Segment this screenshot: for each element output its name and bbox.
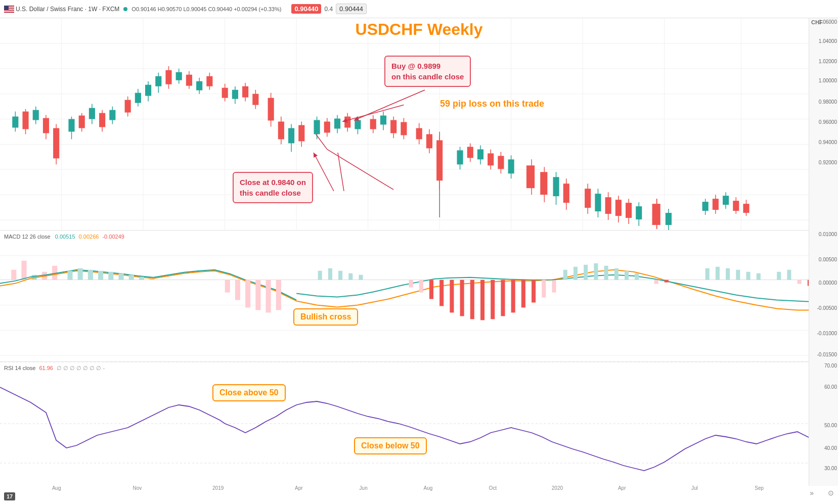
- rsi-panel: [0, 362, 818, 486]
- rsi-label: RSI 14 close 61.96 ∅ ∅ ∅ ∅ ∅ ∅ ∅ -: [4, 365, 105, 372]
- svg-rect-40: [99, 113, 105, 127]
- svg-rect-131: [626, 203, 632, 218]
- svg-rect-135: [652, 204, 660, 225]
- svg-rect-90: [380, 116, 386, 125]
- macd-value1: 0.00515: [55, 234, 75, 240]
- svg-rect-213: [787, 270, 791, 280]
- svg-rect-206: [705, 268, 710, 280]
- svg-line-150: [316, 134, 327, 149]
- axis-label-098: 0.98000: [819, 99, 837, 105]
- rsi-axis-60: 60.00: [824, 384, 837, 390]
- svg-rect-186: [460, 280, 464, 316]
- svg-rect-133: [636, 206, 642, 219]
- svg-rect-157: [21, 261, 26, 280]
- rsi-axis-50: 50.00: [824, 423, 837, 428]
- x-label-2019: 2019: [212, 485, 224, 491]
- svg-rect-207: [716, 267, 720, 280]
- tv-branding: 17: [4, 492, 15, 500]
- svg-rect-119: [553, 177, 559, 196]
- svg-rect-92: [390, 120, 396, 133]
- svg-rect-165: [108, 272, 113, 280]
- svg-rect-162: [78, 268, 83, 280]
- right-axis-rsi: 70.00 60.00 50.00 40.00 30.00: [809, 362, 838, 486]
- svg-rect-212: [777, 272, 781, 280]
- svg-rect-208: [726, 268, 730, 280]
- svg-rect-193: [532, 280, 536, 303]
- axis-label-092: 0.92000: [819, 160, 837, 165]
- svg-rect-26: [22, 112, 28, 129]
- settings-icon[interactable]: ⊙: [828, 489, 834, 497]
- svg-rect-183: [429, 280, 433, 299]
- svg-rect-174: [266, 280, 271, 313]
- svg-rect-86: [355, 120, 361, 129]
- svg-rect-115: [526, 165, 535, 188]
- svg-rect-3: [4, 11, 14, 12]
- svg-rect-84: [344, 117, 350, 128]
- tv-logo: 17: [4, 492, 15, 500]
- scroll-right-button[interactable]: »: [810, 489, 814, 497]
- svg-rect-123: [585, 189, 591, 208]
- x-label-sep: Sep: [755, 485, 764, 491]
- svg-rect-56: [186, 75, 192, 86]
- svg-rect-178: [338, 271, 342, 280]
- svg-rect-202: [625, 271, 629, 280]
- svg-rect-189: [491, 280, 495, 319]
- svg-rect-107: [477, 149, 483, 159]
- annotation-close-below: Close below 50: [354, 437, 427, 454]
- svg-rect-52: [165, 70, 171, 84]
- right-axis-macd: 0.01000 0.00500 0.00000 -0.00500 -0.0100…: [809, 231, 838, 362]
- svg-rect-204: [654, 280, 658, 284]
- svg-rect-60: [206, 76, 212, 86]
- svg-rect-147: [743, 204, 749, 213]
- axis-label-094: 0.94000: [819, 140, 837, 145]
- svg-rect-184: [439, 280, 444, 306]
- ohlc-info: O0.90146 H0.90570 L0.90045 C0.90440 +0.0…: [131, 6, 281, 12]
- svg-rect-34: [68, 119, 74, 132]
- svg-rect-105: [467, 147, 473, 158]
- svg-rect-187: [470, 280, 474, 319]
- macd-axis-5: -0.01000: [817, 331, 837, 336]
- svg-rect-50: [155, 76, 161, 86]
- svg-rect-181: [409, 280, 413, 288]
- rsi-axis-40: 40.00: [824, 445, 837, 451]
- svg-rect-109: [488, 153, 494, 165]
- macd-value3: -0.00249: [102, 234, 124, 240]
- top-bar: U.S. Dollar / Swiss Franc · 1W · FXCM O0…: [0, 0, 838, 18]
- svg-rect-200: [604, 266, 608, 280]
- svg-rect-28: [33, 110, 39, 120]
- svg-rect-143: [723, 196, 729, 205]
- macd-axis-2: 0.00500: [819, 257, 837, 262]
- annotation-close-above: Close above 50: [212, 384, 286, 401]
- svg-rect-36: [79, 116, 85, 128]
- svg-rect-190: [501, 280, 505, 316]
- right-axis-main: 1.06000 1.04000 1.02000 1.00000 0.98000 …: [809, 18, 838, 231]
- svg-rect-54: [176, 72, 182, 80]
- axis-label-102: 1.02000: [819, 59, 837, 64]
- svg-rect-173: [255, 280, 260, 310]
- x-label-aug: Aug: [52, 485, 61, 491]
- svg-rect-172: [245, 280, 250, 308]
- svg-rect-214: [798, 280, 802, 284]
- svg-rect-185: [450, 280, 454, 313]
- svg-rect-164: [98, 271, 103, 280]
- svg-rect-32: [53, 128, 59, 158]
- x-label-aug2: Aug: [424, 485, 433, 491]
- svg-rect-74: [288, 128, 294, 143]
- x-label-nov: Nov: [133, 485, 142, 491]
- svg-rect-127: [605, 197, 611, 214]
- x-label-jun: Jun: [360, 485, 368, 491]
- svg-rect-194: [542, 280, 546, 298]
- svg-rect-197: [574, 267, 578, 280]
- macd-axis-4: -0.00500: [817, 305, 837, 311]
- svg-rect-176: [318, 271, 322, 280]
- macd-axis-1: 0.01000: [819, 232, 837, 237]
- svg-rect-94: [401, 122, 407, 135]
- svg-rect-44: [125, 100, 131, 113]
- status-dot: [123, 7, 127, 11]
- axis-label-100: 1.00000: [819, 78, 837, 83]
- rsi-axis-30: 30.00: [824, 466, 837, 471]
- macd-axis-6: -0.01500: [817, 352, 837, 357]
- price-badge: 0.90440: [291, 4, 321, 14]
- svg-rect-66: [242, 86, 248, 98]
- annotation-bullish: Bullish cross: [293, 308, 358, 326]
